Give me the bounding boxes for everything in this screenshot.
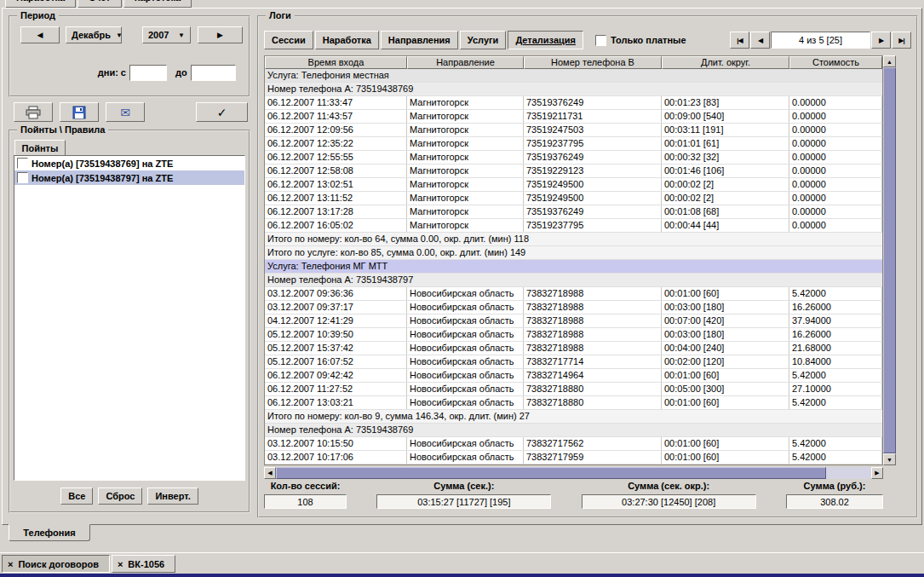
table-cell: 00:03:00 [180] <box>662 301 789 314</box>
table-row[interactable]: Номер телефона А: 73519438769 <box>265 83 882 96</box>
table-row[interactable]: Итого по номеру: кол-во 9, сумма 146.34,… <box>265 410 882 424</box>
table-row[interactable]: 03.12.2007 09:36:36Новосибирская область… <box>265 287 882 301</box>
point-checkbox[interactable] <box>17 158 28 169</box>
group-row-label: Номер телефона А: 73519438769 <box>265 83 882 95</box>
table-row[interactable]: 06.12.2007 13:11:52Магнитогорск735192495… <box>265 192 882 205</box>
top-tab-narabotka[interactable]: Наработка <box>5 0 76 8</box>
table-row[interactable]: Итого по номеру: кол-во 64, сумма 0.00, … <box>265 233 882 246</box>
table-row[interactable]: 05.12.2007 16:07:52Новосибирская область… <box>265 355 882 369</box>
pager-prev-button[interactable]: ◀ <box>750 32 770 49</box>
month-select[interactable]: Декабрь ▼ <box>66 26 122 43</box>
table-cell: 0.00000 <box>789 192 882 205</box>
column-header-1[interactable]: Время входа <box>265 56 407 69</box>
vertical-scrollbar[interactable]: ▲ ▼ <box>883 55 896 465</box>
table-cell: 05.12.2007 15:37:42 <box>265 342 407 355</box>
point-list-item[interactable]: Номер(а) [73519438797] на ZTE <box>14 170 244 185</box>
table-cell: 37.94000 <box>789 314 882 327</box>
pager-next-button[interactable]: ▶ <box>871 32 891 49</box>
points-list[interactable]: Номер(а) [73519438769] на ZTEНомер(а) [7… <box>14 155 245 481</box>
next-month-button[interactable]: ▶ <box>198 26 243 43</box>
close-icon[interactable]: × <box>118 559 123 569</box>
table-cell: 00:01:00 [60] <box>662 396 789 409</box>
horizontal-scroll-thumb[interactable] <box>276 467 826 479</box>
paid-only-toggle[interactable]: Только платные <box>595 35 686 46</box>
column-header-3[interactable]: Номер телефона В <box>524 56 662 69</box>
prev-month-button[interactable]: ◀ <box>20 26 60 43</box>
table-cell: 73832718880 <box>524 383 662 395</box>
table-row[interactable]: 06.12.2007 09:42:42Новосибирская область… <box>265 369 882 383</box>
table-row[interactable]: 06.12.2007 12:09:56Магнитогорск735192475… <box>265 124 882 137</box>
table-cell: Магнитогорск <box>407 205 524 218</box>
table-cell: 0.00000 <box>789 137 882 150</box>
table-row[interactable]: 06.12.2007 11:33:47Магнитогорск735193762… <box>265 96 882 110</box>
table-row[interactable]: 06.12.2007 13:17:28Магнитогорск735193762… <box>265 205 882 219</box>
table-row[interactable]: Услуга: Телефония местная <box>265 69 882 83</box>
column-header-5[interactable]: Стоимость <box>789 56 882 69</box>
taskbar-tab-1[interactable]: ×Поиск договоров <box>2 555 110 573</box>
points-invert-button[interactable]: Инверт. <box>147 488 198 505</box>
print-button[interactable] <box>14 102 53 122</box>
table-cell: 16.26000 <box>789 301 882 314</box>
log-table[interactable]: Время входаНаправлениеНомер телефона ВДл… <box>264 55 883 465</box>
top-tab-schet[interactable]: Счет <box>77 0 122 8</box>
table-row[interactable]: Номер телефона А: 73519438797 <box>265 274 882 287</box>
save-button[interactable] <box>60 102 99 122</box>
table-cell: 73832718988 <box>524 287 662 300</box>
table-row[interactable]: 06.12.2007 13:03:21Новосибирская область… <box>265 396 882 410</box>
top-tab-kartoteka[interactable]: Картотека <box>123 0 192 8</box>
point-list-item[interactable]: Номер(а) [73519438769] на ZTE <box>14 156 244 170</box>
table-row[interactable]: 06.12.2007 16:05:02Магнитогорск735192377… <box>265 219 882 233</box>
day-from-input[interactable] <box>129 65 167 81</box>
table-cell: 06.12.2007 13:17:28 <box>265 205 407 218</box>
column-header-4[interactable]: Длит. округ. <box>662 56 789 69</box>
points-tab[interactable]: Пойнты <box>14 140 66 156</box>
taskbar-tab-2[interactable]: ×ВК-1056 <box>112 555 175 573</box>
table-row[interactable]: 03.12.2007 10:15:50Новосибирская область… <box>265 437 882 451</box>
logs-tab-services[interactable]: Услуги <box>460 31 507 49</box>
table-row[interactable]: 06.12.2007 12:58:08Магнитогорск735192291… <box>265 164 882 178</box>
table-row[interactable]: 03.12.2007 09:37:17Новосибирская область… <box>265 301 882 314</box>
column-header-2[interactable]: Направление <box>407 56 524 69</box>
table-row[interactable]: 06.12.2007 11:43:57Магнитогорск735192117… <box>265 110 882 124</box>
table-row[interactable]: 05.12.2007 15:37:42Новосибирская область… <box>265 342 882 355</box>
apply-button[interactable]: ✓ <box>196 102 248 122</box>
mail-button[interactable]: ✉ <box>106 102 145 122</box>
table-cell: 73832717959 <box>524 451 662 464</box>
table-row[interactable]: 05.12.2007 10:39:50Новосибирская область… <box>265 328 882 342</box>
horizontal-scrollbar[interactable]: ◀ ▶ <box>264 467 883 479</box>
table-cell: 0.00000 <box>789 110 882 123</box>
table-cell: 73832717714 <box>524 355 662 368</box>
pager: |◀◀4 из 5 [25]▶▶| <box>730 32 911 49</box>
day-to-input[interactable] <box>191 65 236 81</box>
logs-tab-usage[interactable]: Наработка <box>315 31 379 49</box>
tab-telefonia[interactable]: Телефония <box>9 524 90 541</box>
pager-last-button[interactable]: ▶| <box>892 32 911 49</box>
scroll-down-button[interactable]: ▼ <box>883 453 896 465</box>
vertical-scroll-thumb[interactable] <box>883 67 896 453</box>
table-cell: 73832718988 <box>524 328 662 341</box>
logs-tab-sessions[interactable]: Сессии <box>264 31 313 49</box>
table-row[interactable]: 03.12.2007 10:17:06Новосибирская область… <box>265 451 882 464</box>
point-checkbox[interactable] <box>17 172 28 183</box>
paid-only-checkbox[interactable] <box>595 35 606 46</box>
scroll-right-button[interactable]: ▶ <box>871 467 883 479</box>
year-select[interactable]: 2007 ▼ <box>142 26 191 43</box>
table-row[interactable]: 06.12.2007 13:02:51Магнитогорск735192495… <box>265 178 882 192</box>
scroll-up-button[interactable]: ▲ <box>883 55 896 67</box>
points-all-button[interactable]: Все <box>60 488 93 505</box>
points-reset-button[interactable]: Сброс <box>98 488 142 505</box>
table-row[interactable]: Номер телефона А: 73519438769 <box>265 424 882 437</box>
logs-tab-directions[interactable]: Направления <box>381 31 458 49</box>
table-row[interactable]: 06.12.2007 11:27:52Новосибирская область… <box>265 383 882 396</box>
close-icon[interactable]: × <box>8 559 13 569</box>
table-row[interactable]: 06.12.2007 12:55:55Магнитогорск735193762… <box>265 151 882 164</box>
table-cell: Магнитогорск <box>407 124 524 136</box>
table-row[interactable]: 06.12.2007 12:35:22Магнитогорск735192377… <box>265 137 882 151</box>
scroll-left-button[interactable]: ◀ <box>264 467 276 479</box>
pager-first-button[interactable]: |◀ <box>730 32 749 49</box>
logs-tab-details[interactable]: Детализация <box>508 31 583 49</box>
table-row[interactable]: Услуга: Телефония МГ МТТ <box>265 260 882 274</box>
table-cell: Магнитогорск <box>407 96 524 109</box>
table-row[interactable]: Итого по услуге: кол-во 85, сумма 0.00, … <box>265 246 882 260</box>
table-row[interactable]: 04.12.2007 12:41:29Новосибирская область… <box>265 314 882 328</box>
